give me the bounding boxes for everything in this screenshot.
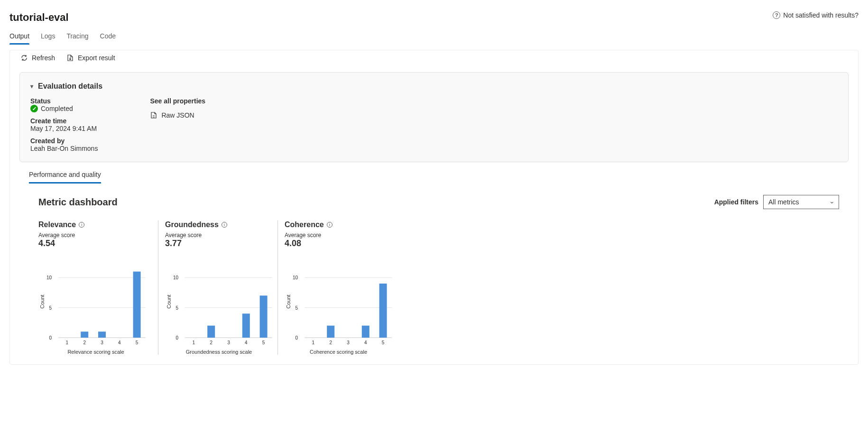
svg-text:Count: Count	[286, 294, 291, 308]
created-by-label: Created by	[30, 137, 98, 145]
svg-text:Count: Count	[39, 294, 45, 308]
svg-text:5: 5	[382, 340, 385, 345]
svg-text:1: 1	[193, 340, 195, 345]
svg-text:0: 0	[49, 335, 52, 340]
svg-text:3: 3	[227, 340, 230, 345]
dashboard-title: Metric dashboard	[38, 197, 118, 208]
svg-rect-13	[133, 272, 141, 338]
avg-score-value: 4.54	[38, 239, 153, 248]
raw-json-link[interactable]: Raw JSON	[150, 111, 205, 119]
tab-tracing[interactable]: Tracing	[66, 32, 88, 45]
svg-text:5: 5	[49, 305, 52, 311]
metric-title: Coherence	[285, 220, 324, 229]
chart-xlabel: Relevance scoring scale	[38, 349, 153, 355]
feedback-link[interactable]: ? Not satisfied with results?	[773, 11, 859, 19]
metric-chart: 5100Count12345	[285, 263, 395, 348]
refresh-button[interactable]: Refresh	[20, 54, 55, 62]
details-heading: Evaluation details	[38, 82, 102, 91]
metric-card-relevance: Relevance i Average score 4.54 5100Count…	[38, 220, 158, 355]
svg-text:4: 4	[245, 340, 248, 345]
metric-card-coherence: Coherence i Average score 4.08 5100Count…	[277, 220, 397, 355]
page-title: tutorial-eval	[9, 11, 69, 24]
toolbar-container: Refresh Export result ▾ Evaluation detai…	[9, 50, 859, 365]
svg-rect-38	[327, 326, 334, 338]
filters-label: Applied filters	[714, 198, 758, 206]
svg-text:10: 10	[293, 275, 298, 280]
evaluation-details-card: ▾ Evaluation details Status ✓ Completed	[19, 72, 849, 162]
svg-rect-10	[98, 331, 106, 338]
chart-xlabel: Coherence scoring scale	[285, 349, 392, 355]
metrics-filter-select[interactable]: All metrics	[763, 195, 839, 209]
svg-rect-43	[379, 284, 387, 338]
metric-chart: 5100Count12345	[38, 263, 148, 348]
svg-text:0: 0	[295, 335, 298, 340]
svg-text:5: 5	[175, 305, 178, 311]
avg-score-label: Average score	[285, 232, 392, 239]
svg-rect-41	[362, 326, 369, 338]
svg-text:1: 1	[66, 340, 69, 345]
svg-rect-26	[242, 313, 250, 338]
svg-text:3: 3	[347, 340, 350, 345]
feedback-text: Not satisfied with results?	[783, 11, 859, 19]
avg-score-value: 4.08	[285, 239, 392, 248]
details-toggle[interactable]: ▾ Evaluation details	[30, 82, 838, 91]
json-file-icon	[150, 111, 157, 119]
info-icon[interactable]: i	[79, 222, 84, 228]
export-button[interactable]: Export result	[66, 54, 115, 62]
chevron-down-icon: ▾	[30, 83, 33, 90]
svg-rect-23	[207, 326, 215, 338]
svg-text:2: 2	[210, 340, 212, 345]
refresh-label: Refresh	[32, 54, 55, 62]
tab-code[interactable]: Code	[100, 32, 116, 45]
create-time-value: May 17, 2024 9:41 AM	[30, 125, 98, 132]
avg-score-label: Average score	[38, 232, 153, 239]
svg-text:0: 0	[175, 335, 178, 340]
subtab-performance[interactable]: Performance and quality	[29, 171, 101, 184]
metric-chart: 5100Count12345	[165, 263, 275, 348]
metric-card-groundedness: Groundedness i Average score 3.77 5100Co…	[158, 220, 277, 355]
refresh-icon	[20, 54, 28, 62]
tab-bar: Output Logs Tracing Code	[0, 24, 868, 45]
filter-selected-value: All metrics	[768, 198, 799, 206]
export-label: Export result	[78, 54, 115, 62]
help-icon: ?	[773, 11, 780, 19]
svg-text:2: 2	[329, 340, 332, 345]
status-value: Completed	[41, 105, 73, 112]
svg-text:4: 4	[364, 340, 367, 345]
tab-output[interactable]: Output	[9, 32, 29, 45]
metric-title: Relevance	[38, 220, 76, 229]
info-icon[interactable]: i	[222, 222, 227, 228]
svg-text:1: 1	[312, 340, 315, 345]
svg-text:10: 10	[46, 275, 52, 280]
svg-text:4: 4	[118, 340, 121, 345]
svg-text:5: 5	[295, 305, 298, 311]
svg-text:2: 2	[83, 340, 86, 345]
svg-rect-28	[260, 295, 268, 338]
raw-json-label: Raw JSON	[161, 111, 194, 119]
avg-score-value: 3.77	[165, 239, 273, 248]
create-time-label: Create time	[30, 117, 98, 125]
svg-text:3: 3	[101, 340, 103, 345]
export-icon	[66, 54, 74, 62]
tab-logs[interactable]: Logs	[41, 32, 55, 45]
created-by-value: Leah Bar-On Simmons	[30, 145, 98, 152]
svg-text:5: 5	[136, 340, 139, 345]
svg-text:Count: Count	[166, 294, 172, 308]
svg-text:5: 5	[262, 340, 265, 345]
info-icon[interactable]: i	[327, 222, 332, 228]
status-label: Status	[30, 97, 98, 105]
all-properties-label: See all properties	[150, 97, 205, 105]
svg-text:10: 10	[173, 275, 179, 280]
metric-title: Groundedness	[165, 220, 219, 229]
avg-score-label: Average score	[165, 232, 273, 239]
chart-xlabel: Groundedness scoring scale	[165, 349, 273, 355]
svg-rect-8	[81, 331, 88, 338]
success-icon: ✓	[30, 105, 38, 112]
